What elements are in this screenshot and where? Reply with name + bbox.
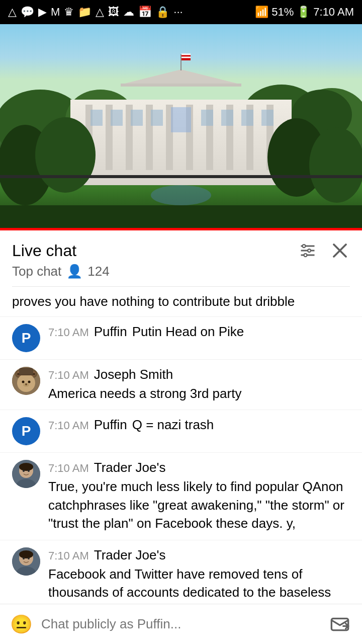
livechat-sub-row: Top chat 👤 124 xyxy=(12,264,350,287)
lock-icon: 🔒 xyxy=(156,6,169,19)
svg-rect-26 xyxy=(201,110,213,126)
status-bar-right: 📶 51% 🔋 7:10 AM xyxy=(255,6,354,19)
svg-point-35 xyxy=(35,117,96,193)
message-content: 7:10 AM Joseph Smith America needs a str… xyxy=(48,367,350,403)
svg-rect-38 xyxy=(0,205,362,230)
m-icon: M xyxy=(51,6,60,19)
chat-message: P 7:10 AM Puffin Putin Head on Pike xyxy=(0,317,362,360)
livechat-panel: Live chat xyxy=(0,230,362,644)
status-bar: △ 💬 ▶ M ♛ 📁 △ 🖼 ☁ 📅 🔒 ··· 📶 51% 🔋 7:10 A… xyxy=(0,0,362,24)
message-author: Joseph Smith xyxy=(94,367,173,382)
svg-point-44 xyxy=(308,249,311,252)
avatar xyxy=(12,460,40,488)
chat-input-bar: 😐 xyxy=(0,604,362,644)
message-content: 7:10 AM Trader Joe's True, you're much l… xyxy=(48,460,350,532)
emoji-icon: 😐 xyxy=(10,614,33,635)
message-text: America needs a strong 3rd party xyxy=(48,384,350,403)
svg-point-7 xyxy=(151,185,211,205)
message-time: 7:10 AM xyxy=(48,369,89,382)
message-meta: 7:10 AM Puffin Putin Head on Pike xyxy=(48,324,350,340)
svg-rect-55 xyxy=(19,368,33,375)
message-content: 7:10 AM Puffin Q = nazi trash xyxy=(48,417,350,433)
partial-message: proves you have nothing to contribute bu… xyxy=(0,287,362,317)
svg-point-59 xyxy=(25,383,27,385)
svg-rect-27 xyxy=(221,110,233,126)
message-meta: 7:10 AM Trader Joe's xyxy=(48,547,350,563)
video-area[interactable] xyxy=(0,24,362,230)
svg-rect-39 xyxy=(0,175,362,178)
avatar xyxy=(12,367,40,395)
message-meta: 7:10 AM Trader Joe's xyxy=(48,460,350,475)
youtube-icon: ▶ xyxy=(38,6,47,19)
svg-point-65 xyxy=(28,470,30,472)
svg-rect-25 xyxy=(171,107,191,132)
send-button[interactable] xyxy=(326,610,354,638)
alert2-icon: △ xyxy=(96,6,104,19)
message-inline-text: Putin Head on Pike xyxy=(132,324,244,340)
emoji-button[interactable]: 😐 xyxy=(8,611,34,637)
avatar: P xyxy=(12,324,40,352)
message-meta: 7:10 AM Puffin Q = nazi trash xyxy=(48,417,350,433)
svg-point-57 xyxy=(28,381,31,383)
partial-message-text: proves you have nothing to contribute bu… xyxy=(12,294,295,309)
avatar-letter: P xyxy=(22,330,31,346)
message-meta: 7:10 AM Joseph Smith xyxy=(48,367,350,382)
svg-rect-42 xyxy=(301,255,315,256)
livechat-header: Live chat xyxy=(0,230,362,287)
status-bar-left: △ 💬 ▶ M ♛ 📁 △ 🖼 ☁ 📅 🔒 ··· xyxy=(8,6,183,19)
svg-point-37 xyxy=(309,127,362,203)
svg-rect-23 xyxy=(131,110,143,126)
chat-input[interactable] xyxy=(41,616,319,632)
chat-message: P 7:10 AM Puffin Q = nazi trash xyxy=(0,410,362,453)
video-progress-bar xyxy=(0,228,362,230)
chat-message: 7:10 AM Trader Joe's True, you're much l… xyxy=(0,453,362,540)
message-time: 7:10 AM xyxy=(48,462,89,475)
wifi-icon: 📶 xyxy=(255,6,268,19)
svg-point-62 xyxy=(19,463,33,471)
svg-point-71 xyxy=(28,557,30,559)
sms-icon: 💬 xyxy=(21,6,34,19)
livechat-title-row: Live chat xyxy=(12,240,350,261)
message-text: True, you're much less likely to find po… xyxy=(48,477,350,532)
svg-rect-21 xyxy=(90,110,103,126)
calendar-icon: 📅 xyxy=(138,6,152,19)
svg-point-45 xyxy=(304,254,307,257)
image-icon: 🖼 xyxy=(108,6,119,19)
more-icon: ··· xyxy=(173,6,183,19)
svg-point-43 xyxy=(303,245,306,248)
top-chat-label[interactable]: Top chat xyxy=(12,264,61,279)
svg-rect-10 xyxy=(121,84,241,87)
svg-rect-22 xyxy=(111,110,123,126)
time-display: 7:10 AM xyxy=(313,6,354,19)
crown-icon: ♛ xyxy=(64,6,74,19)
battery-icon: 🔋 xyxy=(297,6,310,19)
folder-icon: 📁 xyxy=(78,6,92,19)
message-author: Trader Joe's xyxy=(94,460,166,475)
message-inline-text: Q = nazi trash xyxy=(132,417,214,433)
close-button[interactable] xyxy=(330,240,350,261)
cloud-icon: ☁ xyxy=(123,6,134,19)
chat-message: 7:10 AM Joseph Smith America needs a str… xyxy=(0,360,362,410)
video-thumbnail xyxy=(0,24,362,230)
svg-point-56 xyxy=(22,381,25,383)
battery-pct: 51% xyxy=(272,6,294,19)
message-time: 7:10 AM xyxy=(48,326,89,339)
message-time: 7:10 AM xyxy=(48,549,89,562)
svg-point-70 xyxy=(23,557,25,559)
message-author: Puffin xyxy=(94,417,127,433)
viewer-count: 124 xyxy=(87,264,109,279)
svg-point-64 xyxy=(23,470,25,472)
message-content: 7:10 AM Puffin Putin Head on Pike xyxy=(48,324,350,340)
avatar xyxy=(12,547,40,576)
svg-point-68 xyxy=(19,550,33,558)
filter-button[interactable] xyxy=(298,240,318,261)
svg-rect-29 xyxy=(261,110,274,126)
message-author: Puffin xyxy=(94,324,127,340)
livechat-title: Live chat xyxy=(12,242,76,260)
livechat-header-icons xyxy=(298,240,350,261)
svg-rect-24 xyxy=(151,110,163,126)
avatar-letter: P xyxy=(22,423,31,439)
svg-rect-28 xyxy=(241,110,253,126)
message-author: Trader Joe's xyxy=(94,547,166,563)
message-time: 7:10 AM xyxy=(48,419,89,432)
